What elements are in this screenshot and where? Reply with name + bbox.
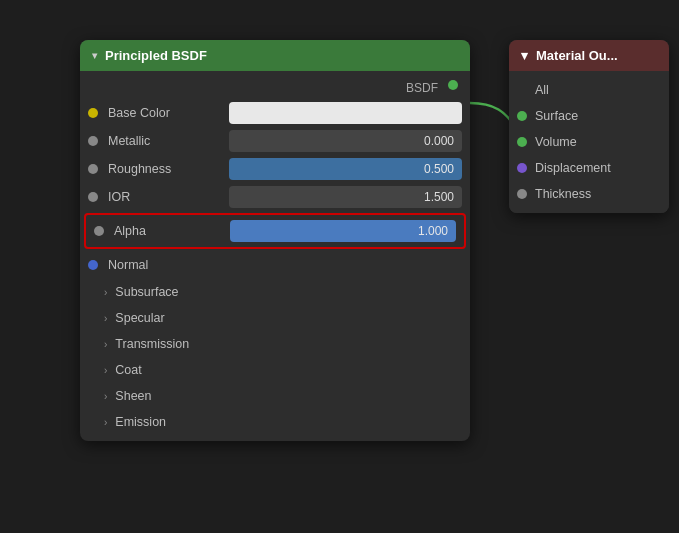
bsdf-node: ▾ Principled BSDF BSDF Base Color Metall… [80, 40, 470, 441]
emission-label: Emission [115, 415, 166, 429]
alpha-label: Alpha [110, 224, 230, 238]
ior-socket [88, 192, 98, 202]
material-chevron-icon: ▾ [521, 48, 528, 63]
roughness-label: Roughness [104, 162, 229, 176]
surface-socket [517, 111, 527, 121]
surface-label: Surface [535, 109, 578, 123]
specular-label: Specular [115, 311, 164, 325]
metallic-row: Metallic 0.000 [80, 127, 470, 155]
ior-field[interactable]: 1.500 [229, 186, 462, 208]
material-all-row: All [509, 77, 669, 103]
bsdf-label-row: BSDF [80, 77, 470, 99]
base-color-field[interactable] [229, 102, 462, 124]
material-surface-row: Surface [509, 103, 669, 129]
sheen-label: Sheen [115, 389, 151, 403]
base-color-label: Base Color [104, 106, 229, 120]
normal-socket [88, 260, 98, 270]
thickness-socket [517, 189, 527, 199]
specular-section[interactable]: › Specular [80, 305, 470, 331]
bsdf-node-header: ▾ Principled BSDF [80, 40, 470, 71]
subsurface-chevron-icon: › [104, 287, 107, 298]
subsurface-section[interactable]: › Subsurface [80, 279, 470, 305]
emission-section[interactable]: › Emission [80, 409, 470, 435]
subsurface-label: Subsurface [115, 285, 178, 299]
transmission-label: Transmission [115, 337, 189, 351]
material-node-body: All Surface Volume Displacement Thicknes… [509, 71, 669, 213]
material-thickness-row: Thickness [509, 181, 669, 207]
emission-chevron-icon: › [104, 417, 107, 428]
material-node-header: ▾ Material Ou... [509, 40, 669, 71]
alpha-row-wrapper: Alpha 1.000 [80, 213, 470, 249]
roughness-row: Roughness 0.500 [80, 155, 470, 183]
specular-chevron-icon: › [104, 313, 107, 324]
base-color-row: Base Color [80, 99, 470, 127]
ior-label: IOR [104, 190, 229, 204]
volume-socket [517, 137, 527, 147]
material-volume-row: Volume [509, 129, 669, 155]
alpha-row: Alpha 1.000 [86, 217, 464, 245]
base-color-socket [88, 108, 98, 118]
bsdf-output-socket [448, 80, 458, 90]
coat-section[interactable]: › Coat [80, 357, 470, 383]
displacement-label: Displacement [535, 161, 611, 175]
all-label: All [535, 83, 549, 97]
displacement-socket [517, 163, 527, 173]
transmission-section[interactable]: › Transmission [80, 331, 470, 357]
normal-label: Normal [104, 258, 462, 272]
ior-value: 1.500 [424, 190, 454, 204]
metallic-socket [88, 136, 98, 146]
bsdf-label: BSDF [406, 81, 438, 95]
roughness-socket [88, 164, 98, 174]
ior-row: IOR 1.500 [80, 183, 470, 211]
canvas: ▾ Principled BSDF BSDF Base Color Metall… [0, 0, 679, 533]
material-node-title: Material Ou... [536, 48, 618, 63]
all-socket [517, 85, 527, 95]
normal-row: Normal [80, 251, 470, 279]
metallic-field[interactable]: 0.000 [229, 130, 462, 152]
transmission-chevron-icon: › [104, 339, 107, 350]
alpha-highlight-border: Alpha 1.000 [84, 213, 466, 249]
sheen-section[interactable]: › Sheen [80, 383, 470, 409]
metallic-label: Metallic [104, 134, 229, 148]
coat-chevron-icon: › [104, 365, 107, 376]
alpha-socket [94, 226, 104, 236]
bsdf-node-body: BSDF Base Color Metallic 0.000 Roughn [80, 71, 470, 441]
thickness-label: Thickness [535, 187, 591, 201]
bsdf-node-title: Principled BSDF [105, 48, 207, 63]
metallic-value: 0.000 [424, 134, 454, 148]
volume-label: Volume [535, 135, 577, 149]
coat-label: Coat [115, 363, 141, 377]
alpha-field[interactable]: 1.000 [230, 220, 456, 242]
bsdf-chevron-icon: ▾ [92, 50, 97, 61]
alpha-value: 1.000 [418, 224, 448, 238]
material-output-node: ▾ Material Ou... All Surface Volume [509, 40, 669, 213]
roughness-value: 0.500 [424, 162, 454, 176]
roughness-field[interactable]: 0.500 [229, 158, 462, 180]
material-displacement-row: Displacement [509, 155, 669, 181]
sheen-chevron-icon: › [104, 391, 107, 402]
